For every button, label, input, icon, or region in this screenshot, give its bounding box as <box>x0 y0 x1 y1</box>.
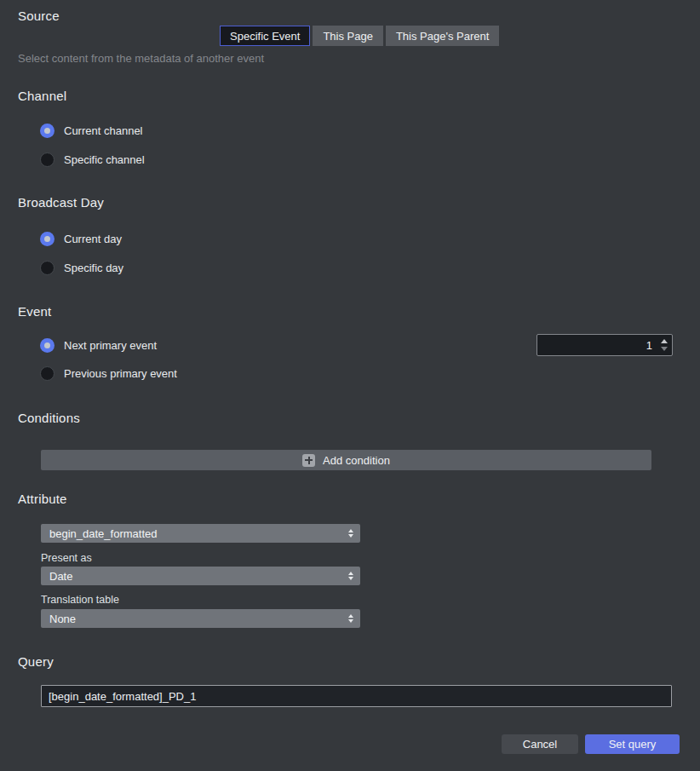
present-as-label: Present as <box>41 552 92 564</box>
attribute-select-value: begin_date_formatted <box>49 527 348 540</box>
channel-heading: Channel <box>18 89 66 103</box>
add-condition-button[interactable]: Add condition <box>41 450 651 470</box>
radio-next-primary-event[interactable]: Next primary event <box>40 337 157 353</box>
radio-current-day[interactable]: Current day <box>40 231 122 246</box>
radio-unselected-icon[interactable] <box>40 152 55 167</box>
select-arrows-icon <box>348 572 353 580</box>
attribute-heading: Attribute <box>18 492 67 506</box>
spinner-down-icon[interactable] <box>661 347 668 351</box>
conditions-heading: Conditions <box>18 411 80 425</box>
radio-label: Current channel <box>64 124 143 137</box>
radio-previous-primary-event[interactable]: Previous primary event <box>40 365 177 381</box>
radio-selected-icon[interactable] <box>40 338 55 353</box>
present-as-select[interactable]: Date <box>41 567 360 585</box>
radio-selected-icon[interactable] <box>40 124 55 138</box>
radio-unselected-icon[interactable] <box>40 261 55 275</box>
source-description: Select content from the metadata of anot… <box>18 52 264 65</box>
source-tab-group: Specific Event This Page This Page's Par… <box>220 26 499 46</box>
select-arrows-icon <box>348 614 353 623</box>
broadcast-day-heading: Broadcast Day <box>18 195 104 210</box>
translation-table-select-value: None <box>49 613 348 625</box>
tab-specific-event[interactable]: Specific Event <box>220 26 310 46</box>
spinner-up-icon[interactable] <box>661 339 668 343</box>
radio-label: Specific day <box>64 262 123 274</box>
event-metadata-dialog: Source Specific Event This Page This Pag… <box>0 0 700 771</box>
add-condition-label: Add condition <box>323 454 390 467</box>
radio-specific-day[interactable]: Specific day <box>40 260 123 275</box>
event-offset-input[interactable] <box>537 339 657 352</box>
radio-label: Specific channel <box>64 153 145 166</box>
radio-label: Previous primary event <box>64 367 177 380</box>
radio-specific-channel[interactable]: Specific channel <box>40 152 145 167</box>
query-input[interactable] <box>41 685 672 707</box>
radio-label: Current day <box>64 233 122 245</box>
query-heading: Query <box>18 654 54 669</box>
radio-label: Next primary event <box>64 339 157 352</box>
present-as-select-value: Date <box>49 570 348 583</box>
event-offset-field <box>536 334 673 356</box>
translation-table-select[interactable]: None <box>41 609 360 628</box>
set-query-button[interactable]: Set query <box>585 734 680 754</box>
radio-current-channel[interactable]: Current channel <box>40 123 143 138</box>
select-arrows-icon <box>348 529 353 538</box>
tab-this-page[interactable]: This Page <box>313 26 383 46</box>
event-heading: Event <box>18 304 51 319</box>
tab-this-pages-parent[interactable]: This Page's Parent <box>386 26 499 46</box>
cancel-button[interactable]: Cancel <box>502 734 578 754</box>
radio-selected-icon[interactable] <box>40 232 55 246</box>
source-heading: Source <box>18 9 60 23</box>
radio-unselected-icon[interactable] <box>40 366 55 381</box>
plus-icon <box>302 454 315 467</box>
translation-table-label: Translation table <box>41 594 119 606</box>
number-spinner <box>657 335 672 355</box>
attribute-select[interactable]: begin_date_formatted <box>41 524 360 543</box>
